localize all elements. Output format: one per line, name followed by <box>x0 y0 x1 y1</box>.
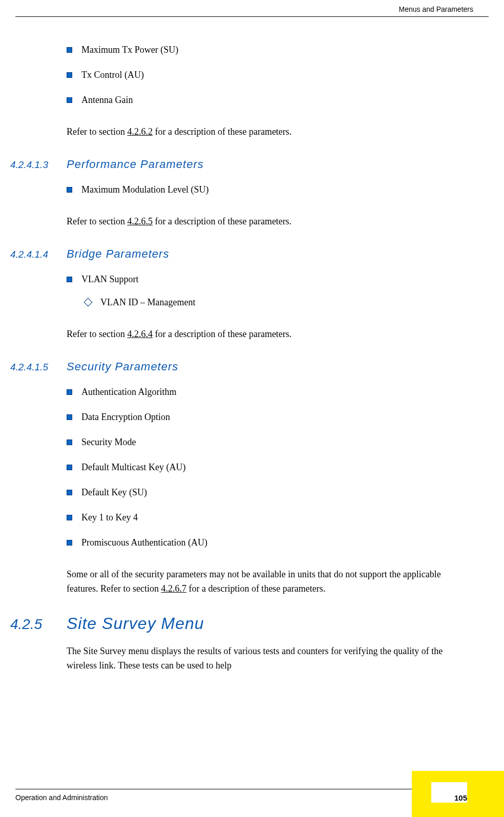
square-bullet-icon <box>67 465 72 470</box>
refer-suffix: for a description of these parameters. <box>186 583 325 594</box>
heading-number: 4.2.4.1.4 <box>0 249 67 260</box>
heading-title: Security Parameters <box>67 360 178 373</box>
heading-title: Bridge Parameters <box>67 247 169 261</box>
paragraph: The Site Survey menu displays the result… <box>0 639 458 679</box>
list-item: Antenna Gain <box>0 88 458 113</box>
heading: 4.2.4.1.4 Bridge Parameters <box>0 235 458 267</box>
bullet-text: Maximum Modulation Level (SU) <box>81 184 208 195</box>
bullet-text: Authentication Algorithm <box>81 387 176 397</box>
square-bullet-icon <box>67 97 72 103</box>
list-item: Maximum Modulation Level (SU) <box>0 177 458 202</box>
refer-prefix: Refer to section <box>67 127 127 137</box>
section-link[interactable]: 4.2.6.7 <box>161 583 186 594</box>
heading: 4.2.4.1.5 Security Parameters <box>0 348 458 380</box>
page-number: 105 <box>454 793 467 802</box>
page-number-box: 105 <box>431 782 467 803</box>
list-item: VLAN Support <box>0 267 458 292</box>
bullet-text: Promiscuous Authentication (AU) <box>81 537 207 548</box>
list-item: Authentication Algorithm <box>0 380 458 405</box>
bullet-text: Tx Control (AU) <box>81 70 144 80</box>
page-header: Menus and Parameters <box>15 0 489 17</box>
bullet-text: Default Key (SU) <box>81 487 147 498</box>
list-item: Default Multicast Key (AU) <box>0 455 458 480</box>
square-bullet-icon <box>67 47 72 53</box>
bullet-text: VLAN Support <box>81 274 139 285</box>
list-item: Data Encryption Option <box>0 405 458 430</box>
list-item: Tx Control (AU) <box>0 62 458 88</box>
bullet-text: Data Encryption Option <box>81 412 170 423</box>
sub-list-item: VLAN ID – Management <box>0 292 458 315</box>
heading: 4.2.4.1.3 Performance Parameters <box>0 145 458 177</box>
bullet-text: Security Mode <box>81 437 136 448</box>
square-bullet-icon <box>67 439 72 445</box>
header-title: Menus and Parameters <box>398 5 473 13</box>
list-item: Security Mode <box>0 430 458 455</box>
bullet-text: Default Multicast Key (AU) <box>81 462 185 473</box>
heading-major: 4.2.5 Site Survey Menu <box>0 602 458 639</box>
heading-number: 4.2.4.1.5 <box>0 362 67 373</box>
paragraph: Refer to section 4.2.6.4 for a descripti… <box>0 315 458 348</box>
section-link[interactable]: 4.2.6.4 <box>127 329 153 339</box>
paragraph: Refer to section 4.2.6.5 for a descripti… <box>0 202 458 235</box>
bullet-text: Maximum Tx Power (SU) <box>81 45 178 55</box>
list-item: Promiscuous Authentication (AU) <box>0 530 458 555</box>
heading-title: Site Survey Menu <box>67 614 204 633</box>
heading-number: 4.2.4.1.3 <box>0 159 67 171</box>
list-item: Maximum Tx Power (SU) <box>0 37 458 62</box>
square-bullet-icon <box>67 389 72 395</box>
paragraph: Refer to section 4.2.6.2 for a descripti… <box>0 113 458 145</box>
refer-suffix: for a description of these parameters. <box>153 329 291 339</box>
bullet-text: Key 1 to Key 4 <box>81 512 138 523</box>
bullet-text: Antenna Gain <box>81 95 133 106</box>
refer-prefix: Refer to section <box>67 216 127 226</box>
square-bullet-icon <box>67 540 72 546</box>
paragraph: Some or all of the security parameters m… <box>0 555 458 602</box>
list-item: Default Key (SU) <box>0 480 458 505</box>
page-content: Maximum Tx Power (SU) Tx Control (AU) An… <box>0 17 504 679</box>
heading-number: 4.2.5 <box>0 616 67 633</box>
refer-suffix: for a description of these parameters. <box>153 216 291 226</box>
diamond-bullet-icon <box>84 298 93 307</box>
square-bullet-icon <box>67 72 72 78</box>
square-bullet-icon <box>67 490 72 495</box>
bullet-text: VLAN ID – Management <box>100 297 195 308</box>
square-bullet-icon <box>67 414 72 420</box>
heading-title: Performance Parameters <box>67 158 204 171</box>
section-link[interactable]: 4.2.6.5 <box>127 216 153 226</box>
refer-suffix: for a description of these parameters. <box>153 127 291 137</box>
square-bullet-icon <box>67 187 72 193</box>
refer-prefix: Refer to section <box>67 329 127 339</box>
section-link[interactable]: 4.2.6.2 <box>127 127 153 137</box>
footer-left: Operation and Administration <box>15 793 108 802</box>
list-item: Key 1 to Key 4 <box>0 505 458 530</box>
square-bullet-icon <box>67 515 72 520</box>
square-bullet-icon <box>67 277 72 282</box>
